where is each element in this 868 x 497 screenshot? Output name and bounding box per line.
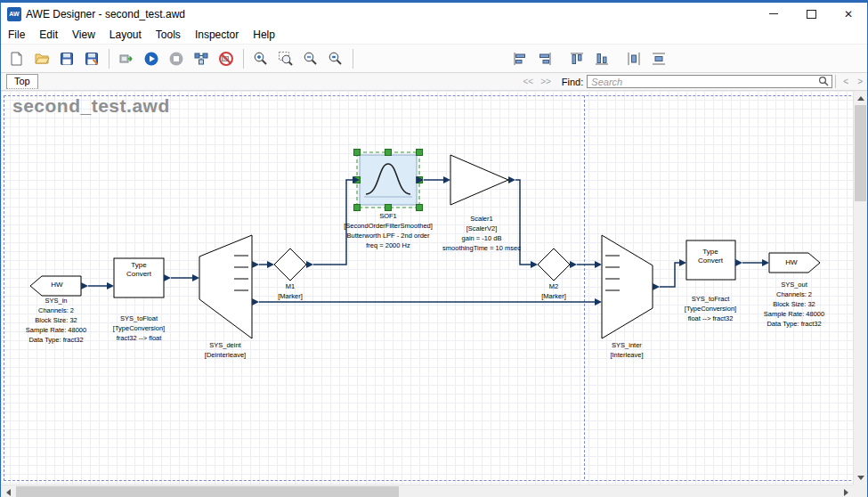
find-label: Find: bbox=[562, 77, 583, 87]
save-as-button[interactable] bbox=[80, 47, 103, 70]
signal-wire[interactable] bbox=[515, 180, 531, 265]
halt-button[interactable] bbox=[215, 47, 238, 70]
tab-bar: Top << >> Find: < > bbox=[1, 73, 867, 91]
input-pin bbox=[531, 261, 538, 268]
sof1-block[interactable] bbox=[360, 155, 417, 205]
open-button[interactable] bbox=[30, 47, 53, 70]
align-right-button[interactable] bbox=[533, 47, 556, 70]
sys-in-block[interactable] bbox=[30, 276, 81, 296]
main-area: second_test.awd bbox=[1, 91, 867, 485]
menu-inspector[interactable]: Inspector bbox=[188, 29, 246, 41]
zoom-in-icon bbox=[253, 51, 269, 67]
zoom-actual-button[interactable] bbox=[324, 47, 347, 70]
bottom-bar bbox=[1, 485, 867, 497]
output-pin bbox=[164, 274, 171, 281]
stop-icon bbox=[168, 51, 184, 67]
nav-back-button[interactable]: << bbox=[519, 77, 537, 86]
zoom-actual-icon bbox=[328, 51, 344, 67]
distribute-vertical-button[interactable] bbox=[647, 47, 670, 70]
sys-out-block[interactable] bbox=[769, 253, 820, 273]
design-canvas[interactable]: second_test.awd bbox=[1, 91, 853, 485]
halt-icon bbox=[218, 51, 234, 67]
menu-tools[interactable]: Tools bbox=[149, 29, 188, 41]
zoom-in-button[interactable] bbox=[249, 47, 272, 70]
zoom-out-button[interactable] bbox=[299, 47, 322, 70]
find-box bbox=[587, 75, 832, 88]
output-pin bbox=[252, 261, 259, 268]
new-design-button[interactable] bbox=[5, 47, 28, 70]
menu-edit[interactable]: Edit bbox=[32, 29, 65, 41]
toolbar-separator bbox=[109, 49, 110, 69]
toolbar bbox=[1, 45, 867, 73]
output-pin bbox=[81, 282, 88, 289]
output-pin bbox=[306, 261, 313, 268]
horizontal-scroll-thumb[interactable] bbox=[16, 486, 399, 497]
output-pin bbox=[653, 283, 660, 290]
scroll-down-button[interactable] bbox=[854, 470, 867, 485]
tab-scroll-left-button[interactable]: < bbox=[839, 77, 853, 86]
zoom-selection-button[interactable] bbox=[274, 47, 297, 70]
app-icon: AW bbox=[7, 7, 21, 21]
horizontal-scrollbar[interactable] bbox=[1, 485, 853, 497]
stop-button[interactable] bbox=[165, 47, 188, 70]
align-right-icon bbox=[537, 51, 553, 67]
tab-scroll-right-button[interactable]: > bbox=[853, 77, 867, 86]
menu-file[interactable]: File bbox=[1, 29, 32, 41]
minimize-button[interactable] bbox=[755, 3, 792, 25]
zoom-out-icon bbox=[303, 51, 319, 67]
m1-block[interactable] bbox=[274, 248, 306, 281]
connect-target-button[interactable] bbox=[115, 47, 138, 70]
input-pin bbox=[443, 176, 450, 183]
scroll-up-button[interactable] bbox=[854, 91, 867, 105]
output-pin bbox=[735, 259, 742, 266]
align-top-icon bbox=[569, 51, 585, 67]
tab-top[interactable]: Top bbox=[6, 74, 38, 89]
scrollbar-corner bbox=[853, 485, 867, 497]
menu-view[interactable]: View bbox=[65, 29, 102, 41]
sys-deint-block[interactable] bbox=[199, 235, 252, 338]
wires bbox=[88, 180, 762, 302]
search-icon[interactable] bbox=[818, 76, 830, 87]
left-arrow-icon bbox=[6, 489, 11, 496]
sys-tofract-block[interactable] bbox=[686, 240, 735, 280]
align-bottom-button[interactable] bbox=[590, 47, 613, 70]
toolbar-separator bbox=[243, 49, 244, 69]
align-top-button[interactable] bbox=[565, 47, 588, 70]
run-button[interactable] bbox=[140, 47, 163, 70]
new-design-icon bbox=[9, 51, 25, 67]
distribute-vertical-icon bbox=[651, 51, 667, 67]
nav-forward-button[interactable]: >> bbox=[537, 77, 555, 86]
minimize-icon bbox=[769, 13, 778, 14]
signal-wire[interactable] bbox=[313, 180, 353, 265]
maximize-icon bbox=[807, 10, 816, 19]
menu-help[interactable]: Help bbox=[246, 29, 282, 41]
m2-block[interactable] bbox=[538, 248, 570, 281]
right-arrow-icon bbox=[844, 489, 848, 496]
input-pin bbox=[107, 282, 114, 289]
down-arrow-icon bbox=[857, 476, 864, 480]
output-pin bbox=[508, 176, 515, 183]
vertical-scroll-thumb[interactable] bbox=[855, 105, 866, 201]
align-bottom-icon bbox=[594, 51, 610, 67]
output-pin bbox=[252, 298, 259, 306]
close-button[interactable]: ✕ bbox=[830, 3, 867, 25]
propagate-button[interactable] bbox=[190, 47, 213, 70]
sys-inter-block[interactable] bbox=[602, 235, 653, 338]
maximize-button[interactable] bbox=[792, 3, 830, 25]
title-bar: AW AWE Designer - second_test.awd ✕ bbox=[1, 3, 867, 25]
vertical-scrollbar[interactable] bbox=[853, 91, 867, 485]
distribute-horizontal-button[interactable] bbox=[622, 47, 645, 70]
signal-wire[interactable] bbox=[660, 263, 679, 287]
schematic-layer bbox=[1, 91, 853, 485]
align-left-icon bbox=[512, 51, 528, 67]
align-left-button[interactable] bbox=[508, 47, 531, 70]
search-input[interactable] bbox=[587, 75, 832, 88]
scroll-right-button[interactable] bbox=[839, 485, 853, 497]
scaler1-block[interactable] bbox=[450, 155, 508, 205]
menu-layout[interactable]: Layout bbox=[102, 29, 149, 41]
window-title: AWE Designer - second_test.awd bbox=[26, 8, 185, 20]
sys-tofloat-block[interactable] bbox=[114, 258, 164, 297]
save-button[interactable] bbox=[55, 47, 78, 70]
scroll-left-button[interactable] bbox=[1, 485, 15, 497]
input-pin bbox=[679, 259, 686, 266]
